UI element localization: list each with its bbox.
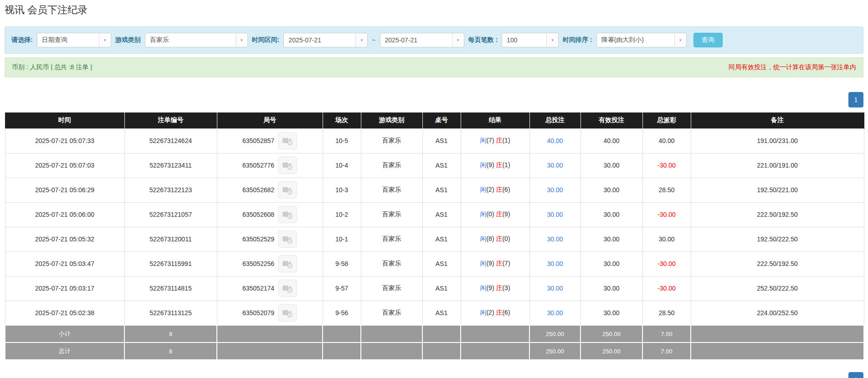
cell-time: 2025-07-21 05:02:38 [5, 301, 124, 325]
total-bet-link[interactable]: 40.00 [547, 137, 563, 144]
select-type-value: 日期查询 [37, 33, 99, 47]
cell-valid-bet: 30.00 [580, 301, 642, 325]
pagination-top: 1 [5, 92, 863, 107]
table-row: 2025-07-21 05:07:33522673124624635052857… [5, 128, 864, 153]
grand-total-row: 总计8250.00250.007.00 [5, 342, 864, 360]
column-header: 游戏类别 [361, 112, 422, 128]
result-player-score: (8) [486, 235, 496, 242]
cell-game-type: 百家乐 [361, 251, 422, 276]
cell-time: 2025-07-21 05:07:33 [5, 128, 124, 153]
chevron-down-icon: ▼ [674, 33, 686, 47]
result-player-label: 闲 [480, 186, 486, 193]
video-replay-button[interactable] [278, 304, 297, 322]
column-header: 局号 [217, 112, 323, 128]
cell-remark: 192.50/222.50 [691, 227, 864, 251]
cell-round: 635052682 [217, 178, 323, 202]
result-player-label: 闲 [480, 235, 486, 242]
result-player-label: 闲 [480, 137, 486, 144]
video-replay-button[interactable] [278, 206, 297, 223]
summary-label: 小计 [5, 325, 124, 342]
cell-round: 635052857 [217, 128, 323, 153]
summary-bar: 币别 : 人民币 | 总共 :8 注单 | 同局有效投注，统一计算在该局第一张注… [5, 57, 863, 77]
cell-table-no: AS1 [422, 301, 461, 325]
video-camera-icon [282, 185, 293, 195]
time-sort-dropdown[interactable]: 降幂(由大到小) ▼ [596, 33, 687, 47]
result-banker-label: 庄 [496, 235, 502, 242]
table-row: 2025-07-21 05:03:17522673114815635052174… [5, 276, 864, 301]
cell-round: 635052529 [217, 227, 323, 251]
video-replay-button[interactable] [278, 157, 297, 174]
summary-result-empty [461, 342, 529, 360]
summary-valid-bet: 250.00 [580, 342, 642, 360]
round-id: 635052174 [242, 285, 274, 292]
video-camera-icon [282, 136, 293, 146]
total-bet-link[interactable]: 30.00 [547, 162, 563, 169]
result-banker-label: 庄 [496, 309, 502, 316]
round-id-with-video: 635052608 [219, 206, 321, 223]
round-id-with-video: 635052682 [219, 181, 321, 199]
summary-round-empty [217, 342, 323, 360]
cell-bet-id: 522673124624 [124, 128, 217, 153]
cell-time: 2025-07-21 05:06:00 [5, 202, 124, 227]
video-replay-button[interactable] [278, 255, 297, 272]
search-button[interactable]: 查询 [693, 33, 723, 47]
video-replay-button[interactable] [278, 181, 297, 199]
cell-session: 10-4 [323, 153, 361, 178]
summary-count: 8 [124, 325, 217, 342]
summary-total-bet: 250.00 [529, 342, 580, 360]
cell-remark: 191.00/231.00 [691, 128, 864, 153]
cell-table-no: AS1 [422, 276, 461, 301]
cell-round: 635052608 [217, 202, 323, 227]
date-from-dropdown[interactable]: 2025-07-21 ▼ [283, 33, 368, 47]
cell-bet-id: 522673121057 [124, 202, 217, 227]
cell-bet-id: 522673113125 [124, 301, 217, 325]
select-type-label: 请选择: [11, 36, 33, 44]
round-id: 635052529 [242, 235, 274, 243]
round-id: 635052079 [242, 309, 274, 317]
summary-remark-empty [691, 325, 864, 342]
page-size-dropdown[interactable]: 100 ▼ [502, 33, 559, 47]
video-replay-button[interactable] [278, 280, 297, 297]
summary-label: 总计 [5, 342, 124, 360]
total-bet-link[interactable]: 30.00 [547, 211, 563, 218]
cell-bet-id: 522673123411 [124, 153, 217, 178]
cell-game-type: 百家乐 [361, 202, 422, 227]
cell-table-no: AS1 [422, 178, 461, 202]
round-id: 635052608 [242, 211, 274, 218]
video-camera-icon [282, 308, 293, 318]
cell-game-type: 百家乐 [361, 301, 422, 325]
cell-remark: 224.00/252.50 [691, 301, 864, 325]
date-to-value: 2025-07-21 [380, 33, 452, 47]
cell-total-bet: 30.00 [529, 202, 580, 227]
pagination-bottom: 1 [5, 372, 863, 378]
pagination-page-button[interactable]: 1 [848, 372, 863, 378]
total-bet-link[interactable]: 30.00 [547, 235, 563, 243]
date-to-dropdown[interactable]: 2025-07-21 ▼ [380, 33, 464, 47]
video-replay-button[interactable] [278, 230, 297, 248]
video-replay-button[interactable] [278, 132, 297, 149]
cell-valid-bet: 30.00 [580, 202, 642, 227]
total-bet-link[interactable]: 30.00 [547, 260, 563, 267]
round-id-with-video: 635052079 [219, 304, 321, 322]
date-range-label: 时间区间: [252, 36, 280, 44]
time-sort-label: 时间排序 : [563, 36, 592, 44]
column-header: 备注 [691, 112, 864, 128]
total-bet-link[interactable]: 30.00 [547, 309, 563, 317]
total-bet-link[interactable]: 30.00 [547, 186, 563, 194]
result-player-label: 闲 [480, 284, 486, 291]
same-round-notice: 同局有效投注，统一计算在该局第一张注单内 [729, 63, 856, 72]
summary-session-empty [323, 325, 361, 342]
total-bet-link[interactable]: 30.00 [547, 285, 563, 292]
pagination-page-button[interactable]: 1 [848, 92, 863, 107]
cell-payout: 28.50 [642, 301, 691, 325]
records-table: 时间注单编号局号场次游戏类别桌号结果总投注有效投注总派彩备注 2025-07-2… [5, 112, 864, 360]
select-type-dropdown[interactable]: 日期查询 ▼ [37, 33, 111, 47]
game-type-dropdown[interactable]: 百家乐 ▼ [145, 33, 248, 47]
cell-bet-id: 522673122123 [124, 178, 217, 202]
cell-valid-bet: 30.00 [580, 227, 642, 251]
cell-result: 闲(8) 庄(0) [461, 227, 529, 251]
summary-payout: 7.00 [642, 325, 691, 342]
page-size-value: 100 [502, 33, 546, 47]
cell-round: 635052256 [217, 251, 323, 276]
cell-valid-bet: 30.00 [580, 276, 642, 301]
